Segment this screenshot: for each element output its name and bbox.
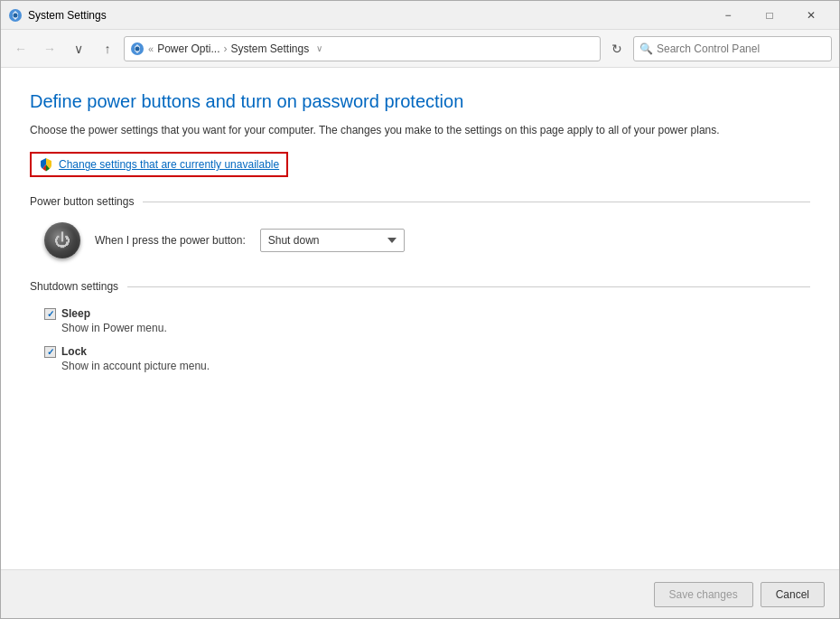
sleep-item: Sleep Show in Power menu. [30, 307, 810, 334]
close-button[interactable]: ✕ [790, 1, 832, 30]
change-settings-text[interactable]: Change settings that are currently unava… [59, 158, 279, 171]
breadcrumb-separator: « [148, 43, 154, 54]
change-settings-link[interactable]: Change settings that are currently unava… [30, 152, 288, 177]
lock-item: Lock Show in account picture menu. [30, 345, 810, 372]
shutdown-heading: Shutdown settings [30, 280, 810, 293]
power-button-label: When I press the power button: [95, 234, 246, 247]
app-icon [8, 8, 23, 23]
forward-button[interactable]: → [37, 36, 62, 61]
search-icon: 🔍 [639, 42, 653, 55]
lock-checkbox-group: Lock Show in account picture menu. [30, 345, 810, 372]
page-description: Choose the power settings that you want … [30, 122, 770, 139]
search-bar[interactable]: 🔍 [633, 36, 832, 61]
svg-point-3 [135, 46, 140, 51]
power-button-heading: Power button settings [30, 195, 810, 208]
back-button[interactable]: ← [8, 36, 33, 61]
sleep-desc: Show in Power menu. [61, 322, 167, 334]
search-input[interactable] [657, 42, 826, 55]
titlebar: System Settings − □ ✕ [1, 1, 839, 30]
minimize-button[interactable]: − [707, 1, 749, 30]
breadcrumb-path2: System Settings [230, 42, 309, 55]
power-action-dropdown[interactable]: Do nothing Sleep Hibernate Shut down Tur… [260, 229, 405, 252]
lock-desc: Show in account picture menu. [61, 360, 210, 372]
breadcrumb-icon [130, 42, 145, 56]
window: System Settings − □ ✕ ← → ∨ ↑ « [0, 0, 840, 619]
refresh-button[interactable]: ↻ [604, 36, 630, 61]
titlebar-title: System Settings [28, 9, 107, 22]
power-button-section: Power button settings ⏻ When I press the… [30, 195, 810, 258]
content: Define power buttons and turn on passwor… [1, 68, 839, 569]
svg-point-1 [14, 13, 18, 17]
sleep-checkbox-group: Sleep Show in Power menu. [30, 307, 810, 334]
lock-label: Lock [61, 345, 87, 358]
power-setting-row: ⏻ When I press the power button: Do noth… [30, 222, 810, 258]
breadcrumb-arrow: › [223, 42, 227, 55]
page-title: Define power buttons and turn on passwor… [30, 89, 810, 113]
breadcrumb-dropdown-arrow: ∨ [316, 43, 322, 53]
up-button[interactable]: ↑ [95, 36, 120, 61]
sleep-checkbox[interactable] [44, 308, 56, 320]
maximize-button[interactable]: □ [749, 1, 790, 30]
save-changes-button[interactable]: Save changes [654, 582, 753, 607]
titlebar-left: System Settings [8, 8, 107, 23]
shield-icon [39, 157, 53, 172]
breadcrumb-path1: Power Opti... [157, 42, 219, 55]
lock-checkbox[interactable] [44, 346, 56, 358]
power-button-icon: ⏻ [44, 222, 80, 258]
recent-button[interactable]: ∨ [66, 36, 91, 61]
shutdown-section: Shutdown settings Sleep Show in Power me… [30, 280, 810, 383]
titlebar-controls: − □ ✕ [707, 1, 832, 30]
breadcrumb[interactable]: « Power Opti... › System Settings ∨ [124, 36, 601, 61]
footer: Save changes Cancel [1, 569, 839, 618]
sleep-label: Sleep [61, 307, 90, 320]
cancel-button[interactable]: Cancel [761, 582, 825, 607]
navbar: ← → ∨ ↑ « Power Opti... › System Setting… [1, 30, 839, 68]
